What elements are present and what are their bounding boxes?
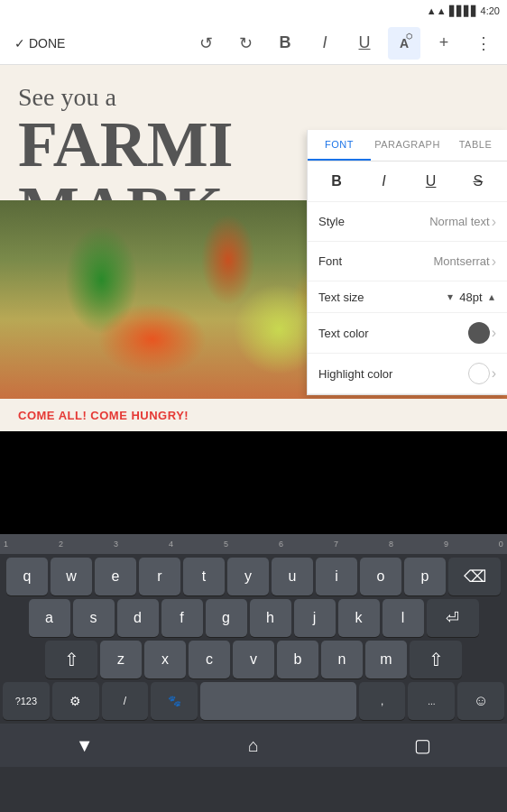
underline-button[interactable]: U <box>348 27 381 60</box>
key-r[interactable]: r <box>139 558 180 595</box>
font-label: Font <box>318 254 434 268</box>
bold-icon: B <box>280 33 291 52</box>
key-w[interactable]: w <box>51 558 92 595</box>
fmt-underline-button[interactable]: U <box>410 167 453 196</box>
text-color-chevron-icon: › <box>492 325 496 341</box>
tab-paragraph[interactable]: PARAGRAPH <box>371 130 444 161</box>
key-h[interactable]: h <box>250 599 291 637</box>
font-value: Montserrat › <box>434 254 496 270</box>
key-o[interactable]: o <box>360 558 401 595</box>
panel-tabs: FONT PARAGRAPH TABLE <box>308 130 507 161</box>
numbers-key[interactable]: ?123 <box>3 682 50 720</box>
top-toolbar: ✓ DONE ↺ ↻ B I U A⬡ + ⋮ <box>0 22 507 65</box>
key-x[interactable]: x <box>144 641 186 678</box>
key-f[interactable]: f <box>161 599 203 637</box>
shift-right-key[interactable]: ⇧ <box>410 641 462 678</box>
redo-button[interactable]: ↻ <box>229 27 262 60</box>
recents-icon: ▢ <box>414 734 431 756</box>
status-bar: ▲▲ ▋▋▋▋ 4:20 <box>0 0 507 22</box>
key-b[interactable]: b <box>277 641 318 678</box>
size-up-icon[interactable]: ▴ <box>487 289 496 305</box>
time-display: 4:20 <box>481 5 500 16</box>
slash-key[interactable]: / <box>102 682 149 720</box>
space-key[interactable] <box>200 682 356 720</box>
emoji-key[interactable]: ☺ <box>457 682 504 720</box>
more-icon: ⋮ <box>475 33 492 53</box>
key-v[interactable]: v <box>233 641 274 678</box>
more-button[interactable]: ⋮ <box>467 27 500 60</box>
key-e[interactable]: e <box>95 558 136 595</box>
style-chevron-icon: › <box>492 214 496 230</box>
key-d[interactable]: d <box>117 599 159 637</box>
text-color-swatch <box>468 322 490 344</box>
key-s[interactable]: s <box>73 599 115 637</box>
document-area[interactable]: See you a FARMI MARK FONT PARAGRAPH TABL… <box>0 65 507 399</box>
format-buttons-row: B I U S <box>308 161 507 202</box>
toolbar-left: ✓ DONE <box>7 32 189 54</box>
key-a[interactable]: a <box>29 599 70 637</box>
shift-key[interactable]: ⇧ <box>45 641 97 678</box>
keyboard[interactable]: 1 2 3 4 5 6 7 8 9 0 q w e r t y u i o p … <box>0 534 507 812</box>
highlight-color-swatch <box>468 363 490 384</box>
key-t[interactable]: t <box>183 558 225 595</box>
key-row-2: a s d f g h j k l ⏎ <box>3 599 504 637</box>
home-icon: ⌂ <box>248 735 259 756</box>
nav-home-button[interactable]: ⌂ <box>226 729 281 761</box>
key-y[interactable]: y <box>227 558 269 595</box>
key-g[interactable]: g <box>206 599 247 637</box>
period-key[interactable]: ... <box>408 682 455 720</box>
done-button[interactable]: ✓ DONE <box>7 32 72 54</box>
text-size-label: Text size <box>318 291 446 304</box>
text-format-icon: A⬡ <box>400 36 409 51</box>
font-row[interactable]: Font Montserrat › <box>308 242 507 281</box>
enter-key[interactable]: ⏎ <box>427 599 479 637</box>
style-row[interactable]: Style Normal text › <box>308 202 507 242</box>
italic-icon: I <box>322 33 327 52</box>
chevron-down-icon: ▼ <box>76 735 94 756</box>
key-j[interactable]: j <box>294 599 336 637</box>
key-u[interactable]: u <box>272 558 313 595</box>
italic-button[interactable]: I <box>309 27 341 60</box>
key-k[interactable]: k <box>338 599 380 637</box>
wifi-icon: ▲▲ <box>427 5 447 16</box>
undo-button[interactable]: ↺ <box>189 27 222 60</box>
nav-back-button[interactable]: ▼ <box>58 729 112 761</box>
key-m[interactable]: m <box>365 641 407 678</box>
tab-font[interactable]: FONT <box>308 130 371 161</box>
fmt-bold-button[interactable]: B <box>315 167 358 196</box>
settings-key[interactable]: ⚙ <box>52 682 99 720</box>
mic-key[interactable]: 🐾 <box>151 682 198 720</box>
style-label: Style <box>318 215 429 228</box>
add-icon: + <box>439 33 449 52</box>
fmt-italic-button[interactable]: I <box>362 167 405 196</box>
highlight-color-value: › <box>468 363 496 384</box>
status-icons: ▲▲ ▋▋▋▋ 4:20 <box>427 5 500 17</box>
redo-icon: ↻ <box>239 33 253 53</box>
key-q[interactable]: q <box>6 558 48 595</box>
bold-button[interactable]: B <box>269 27 301 60</box>
key-p[interactable]: p <box>404 558 446 595</box>
red-text-area: COME ALL! COME HUNGRY! <box>0 399 507 431</box>
text-format-button[interactable]: A⬡ <box>388 27 420 60</box>
add-button[interactable]: + <box>428 27 460 60</box>
ruler-marks: 1 2 3 4 5 6 7 8 9 0 <box>4 540 503 549</box>
style-value: Normal text › <box>429 214 496 230</box>
text-color-row[interactable]: Text color › <box>308 313 507 354</box>
size-down-icon[interactable]: ▾ <box>446 289 455 305</box>
text-color-label: Text color <box>318 327 468 340</box>
highlight-color-label: Highlight color <box>318 367 468 381</box>
undo-icon: ↺ <box>199 33 213 53</box>
nav-recents-button[interactable]: ▢ <box>395 729 449 761</box>
key-row-3: ⇧ z x c v b n m ⇧ <box>3 641 504 678</box>
key-l[interactable]: l <box>383 599 424 637</box>
key-rows: q w e r t y u i o p ⌫ a s d f g h j k l … <box>0 554 507 720</box>
key-c[interactable]: c <box>189 641 230 678</box>
fmt-strikethrough-button[interactable]: S <box>456 167 500 196</box>
key-n[interactable]: n <box>321 641 363 678</box>
highlight-color-row[interactable]: Highlight color › <box>308 354 507 394</box>
key-z[interactable]: z <box>100 641 142 678</box>
comma-key[interactable]: , <box>359 682 406 720</box>
key-i[interactable]: i <box>316 558 357 595</box>
tab-table[interactable]: TABLE <box>444 130 507 161</box>
backspace-key[interactable]: ⌫ <box>448 558 501 595</box>
